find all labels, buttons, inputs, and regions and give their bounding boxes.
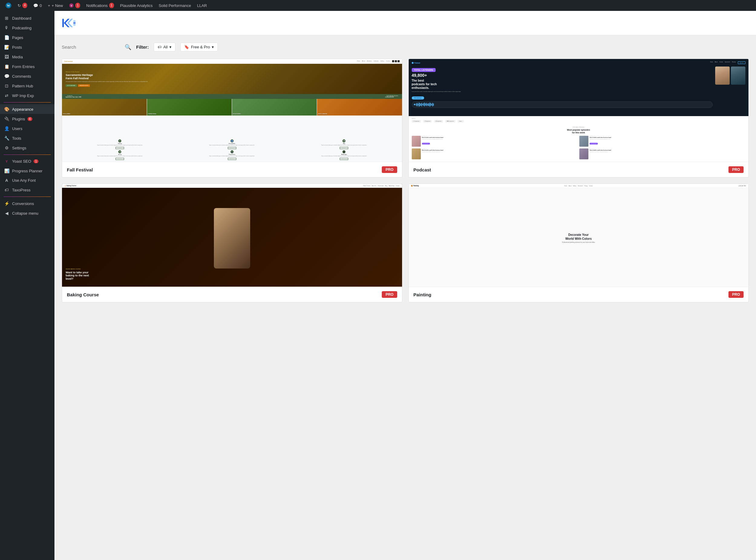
sidebar-label-settings: Settings xyxy=(12,146,26,150)
sidebar-item-comments[interactable]: 💬 Comments xyxy=(0,72,55,81)
collapse-menu-item[interactable]: ◀ Collapse menu xyxy=(0,208,55,218)
sidebar-item-settings[interactable]: ⚙ Settings xyxy=(0,143,55,153)
baking-course-name: Baking Course xyxy=(67,292,99,297)
yoast-badge: 1 xyxy=(75,3,80,8)
sidebar-item-plugins[interactable]: 🔌 Plugins 4 xyxy=(0,114,55,124)
themes-grid: Fall festival HomeAboutActivitiesCalenda… xyxy=(62,59,749,302)
podcasting-icon: 🎙 xyxy=(4,25,10,30)
theme-card-podcast: Podcast HomeAboutContactEpisodes ▾Review… xyxy=(408,59,749,178)
collapse-icon: ◀ xyxy=(4,211,10,216)
filter-label: Filter: xyxy=(136,44,149,49)
settings-icon: ⚙ xyxy=(4,145,10,150)
baking-course-pro-badge: PRO xyxy=(382,291,397,298)
dashboard-icon: ⊞ xyxy=(4,16,10,21)
sidebar-item-yoast-seo[interactable]: Y Yoast SEO 1 xyxy=(0,157,55,166)
search-button[interactable]: 🔍 xyxy=(124,44,131,51)
svg-text:Y: Y xyxy=(71,4,72,7)
wp-imp-exp-icon: ⇄ xyxy=(4,93,10,98)
sidebar-item-wp-imp-exp[interactable]: ⇄ WP Imp Exp xyxy=(0,91,55,100)
comment-count: 0 xyxy=(40,3,42,8)
sidebar-label-media: Media xyxy=(12,55,23,59)
sidebar-item-taxopress[interactable]: 🏷 TaxoPress xyxy=(0,185,55,195)
filter-bar: 🔍 Filter: 🏷 All ▾ 🔖 Free & Pro ▾ xyxy=(62,43,749,52)
sidebar-item-posts[interactable]: 📝 Posts xyxy=(0,42,55,52)
sidebar-label-plugins: Plugins xyxy=(12,117,25,121)
sidebar-item-podcasting[interactable]: 🎙 Podcasting xyxy=(0,23,55,33)
media-icon: 🖼 xyxy=(4,55,10,59)
sidebar-item-conversions[interactable]: ⚡ Conversions xyxy=(0,199,55,208)
painting-preview: Painting HomeAboutGalleryServices ▾Prici… xyxy=(409,184,749,287)
sidebar-label-pattern-hub: Pattern Hub xyxy=(12,84,33,88)
free-pro-label: Free & Pro xyxy=(191,45,210,49)
plugins-icon: 🔌 xyxy=(4,116,10,121)
progress-planner-icon: 📊 xyxy=(4,168,10,173)
admin-bar: W ↻ 4 💬 0 + + New Y 1 Notifications 1 Pl… xyxy=(0,0,756,11)
sidebar: ⊞ Dashboard 🎙 Podcasting 📄 Pages 📝 Posts… xyxy=(0,11,55,560)
filter-free-pro-button[interactable]: 🔖 Free & Pro ▾ xyxy=(180,43,218,52)
sidebar-label-pages: Pages xyxy=(12,35,23,40)
sidebar-label-dashboard: Dashboard xyxy=(12,16,32,21)
sidebar-label-podcasting: Podcasting xyxy=(12,26,32,30)
pattern-hub-icon: ⊡ xyxy=(4,83,10,88)
collapse-label: Collapse menu xyxy=(12,211,38,216)
yoast-seo-icon: Y xyxy=(4,160,10,163)
theme-card-fall-festival: Fall festival HomeAboutActivitiesCalenda… xyxy=(62,59,402,178)
solid-label: Solid Performance xyxy=(159,3,191,8)
appearance-icon: 🎨 xyxy=(4,107,10,112)
sidebar-item-use-any-font[interactable]: A Use Any Font xyxy=(0,176,55,185)
podcast-preview: Podcast HomeAboutContactEpisodes ▾Review… xyxy=(409,59,749,162)
form-entries-icon: 📋 xyxy=(4,64,10,69)
plugins-badge: 4 xyxy=(27,117,32,121)
main-content: 🔍 Filter: 🏷 All ▾ 🔖 Free & Pro ▾ xyxy=(55,11,756,560)
bookmark-icon: 🔖 xyxy=(184,45,189,49)
podcast-footer: Podcast PRO xyxy=(409,162,749,177)
chevron-down-icon: ▾ xyxy=(169,45,172,49)
fall-festival-preview: Fall festival HomeAboutActivitiesCalenda… xyxy=(62,59,402,162)
new-label: + New xyxy=(52,3,63,8)
sidebar-item-tools[interactable]: 🔧 Tools xyxy=(0,133,55,143)
use-any-font-icon: A xyxy=(4,178,10,183)
updates-badge: 4 xyxy=(22,3,27,8)
yoast-item[interactable]: Y 1 xyxy=(66,0,83,11)
sidebar-item-dashboard[interactable]: ⊞ Dashboard xyxy=(0,13,55,23)
sidebar-label-progress-planner: Progress Planner xyxy=(12,169,42,173)
users-icon: 👤 xyxy=(4,126,10,131)
sidebar-item-media[interactable]: 🖼 Media xyxy=(0,52,55,62)
svg-text:W: W xyxy=(7,4,10,7)
solid-performance-item[interactable]: Solid Performance xyxy=(156,0,194,11)
llar-item[interactable]: LLAR xyxy=(194,0,210,11)
sidebar-item-pattern-hub[interactable]: ⊡ Pattern Hub xyxy=(0,81,55,91)
sidebar-label-yoast-seo: Yoast SEO xyxy=(12,159,31,164)
sidebar-item-pages[interactable]: 📄 Pages xyxy=(0,33,55,42)
notifications-item[interactable]: Notifications 1 xyxy=(83,0,117,11)
posts-icon: 📝 xyxy=(4,45,10,49)
painting-name: Painting xyxy=(413,292,431,297)
theme-card-painting: Painting HomeAboutGalleryServices ▾Prici… xyxy=(408,183,749,302)
pages-icon: 📄 xyxy=(4,35,10,40)
sidebar-item-progress-planner[interactable]: 📊 Progress Planner xyxy=(0,166,55,176)
sidebar-item-appearance[interactable]: 🎨 Appearance xyxy=(0,104,55,114)
theme-logo-svg xyxy=(62,17,76,29)
theme-header xyxy=(55,11,756,35)
updates-icon[interactable]: ↻ 4 xyxy=(15,0,30,11)
plausible-item[interactable]: Plausible Analytics xyxy=(117,0,156,11)
search-wrapper: 🔍 xyxy=(62,44,131,51)
search-input[interactable] xyxy=(62,44,122,49)
sidebar-label-taxopress: TaxoPress xyxy=(12,188,31,192)
sidebar-label-form-entries: Form Entries xyxy=(12,64,35,69)
sidebar-label-conversions: Conversions xyxy=(12,201,34,206)
sidebar-label-wp-imp-exp: WP Imp Exp xyxy=(12,94,34,98)
chevron-down-icon-2: ▾ xyxy=(212,45,214,49)
wp-logo[interactable]: W xyxy=(2,0,15,11)
sidebar-label-comments: Comments xyxy=(12,74,31,79)
sidebar-item-users[interactable]: 👤 Users xyxy=(0,124,55,133)
baking-course-footer: Baking Course PRO xyxy=(62,287,402,302)
plausible-label: Plausible Analytics xyxy=(120,3,153,8)
filter-all-button[interactable]: 🏷 All ▾ xyxy=(154,43,175,52)
sidebar-item-form-entries[interactable]: 📋 Form Entries xyxy=(0,62,55,72)
sidebar-label-appearance: Appearance xyxy=(12,107,33,112)
new-item[interactable]: + + New xyxy=(45,0,66,11)
comments-item[interactable]: 💬 0 xyxy=(30,0,45,11)
fall-festival-pro-badge: PRO xyxy=(382,166,397,173)
tag-icon: 🏷 xyxy=(158,45,161,49)
